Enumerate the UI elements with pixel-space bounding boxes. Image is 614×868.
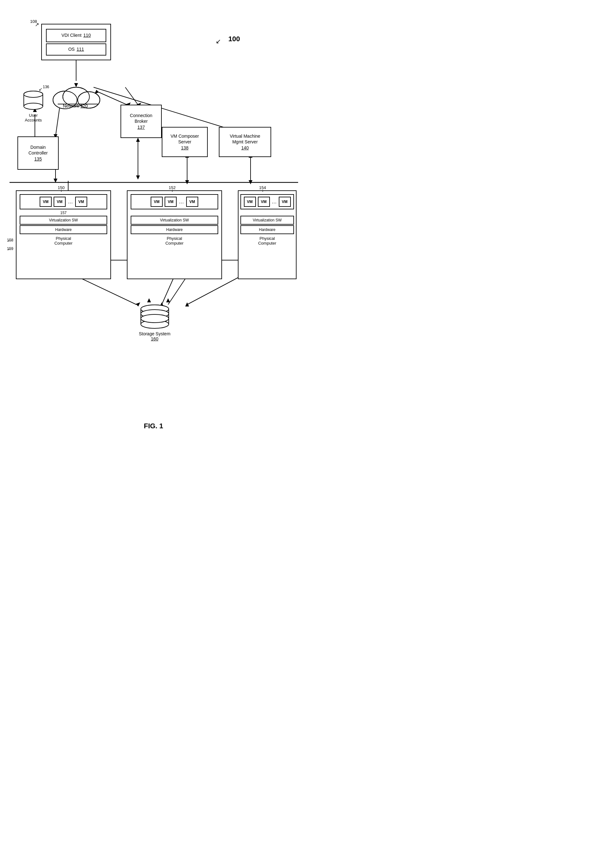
os-box: OS 111 [46, 43, 106, 56]
vdi-client-label: VDI Client [62, 33, 82, 38]
physical-computer-2: 152 ↓ VM VM … VM Virtualization SW Hardw… [127, 190, 222, 279]
vdi-client-box: VDI Client 110 [46, 29, 106, 42]
svg-marker-41 [166, 298, 170, 302]
svg-line-38 [187, 276, 241, 304]
physical-computer-3: 154 ↓ VM VM … VM Virtualization SW Hardw… [238, 190, 296, 279]
ellipsis-3: … [272, 199, 277, 205]
vm-3-3: VM [279, 197, 291, 207]
network-label: Network 120 [49, 103, 101, 109]
vm-2-3: VM [186, 197, 198, 207]
vm-1-1: VM [40, 197, 52, 207]
svg-line-33 [76, 276, 136, 304]
ellipsis-1: … [68, 199, 73, 205]
svg-line-37 [168, 276, 187, 304]
virt-sw-1: Virtualization SW [20, 216, 107, 225]
storage-label: Storage System 160 [127, 331, 182, 342]
vm-group-157: VM VM … VM [20, 194, 107, 210]
vmm-ref: 140 [241, 145, 249, 151]
diagram-container: 100 ↙ 108 ↗ VDI Client 110 OS 111 [0, 0, 307, 419]
svg-marker-25 [249, 180, 253, 184]
svg-marker-16 [54, 179, 57, 183]
vm-composer-box: VM ComposerServer 138 [162, 127, 208, 157]
ref-157: 157 [17, 211, 110, 215]
vdi-client-container: VDI Client 110 OS 111 [41, 24, 111, 60]
vm-3-1: VM [244, 197, 256, 207]
virt-sw-3: Virtualization SW [240, 216, 294, 225]
storage-svg [139, 304, 171, 330]
vdi-client-ref: 110 [84, 33, 91, 38]
network-ref: 120 [80, 103, 88, 109]
vm-1-3: VM [75, 197, 87, 207]
svg-marker-10 [136, 138, 140, 142]
vm-group-3: VM VM … VM [240, 194, 294, 210]
figure-ref-100: 100 [228, 35, 240, 43]
hardware-1: Hardware [20, 225, 107, 234]
svg-line-3 [98, 92, 127, 105]
user-accounts-label: UserAccounts [16, 113, 51, 123]
fig-title: FIG. 1 [0, 422, 307, 430]
ellipsis-2: … [179, 199, 184, 205]
cb-ref: 137 [137, 124, 145, 130]
vmc-ref: 138 [181, 145, 188, 151]
svg-point-56 [24, 103, 43, 109]
ref-108-arrow: ↗ [35, 22, 39, 28]
pc-label-2: PhysicalComputer [127, 236, 222, 245]
arrow-100: ↙ [216, 37, 221, 45]
db-svg [22, 90, 44, 111]
domain-controller-box: DomainController 135 [17, 137, 59, 170]
user-accounts-db: UserAccounts 136 ↙ [16, 90, 51, 123]
vm-2-1: VM [150, 197, 163, 207]
svg-line-6 [125, 87, 138, 105]
svg-marker-39 [185, 302, 189, 306]
hardware-2: Hardware [131, 225, 218, 234]
connection-broker-box: ConnectionBroker 137 [121, 105, 162, 138]
pc-label-3: PhysicalComputer [239, 236, 296, 245]
svg-line-35 [162, 276, 174, 304]
svg-marker-9 [136, 175, 140, 180]
cb-label: ConnectionBroker [130, 113, 152, 124]
svg-point-57 [24, 91, 43, 98]
svg-point-69 [141, 314, 169, 323]
network-cloud: Network 120 [49, 82, 101, 111]
vm-1-2: VM [54, 197, 66, 207]
vm-group-2: VM VM … VM [131, 194, 218, 210]
physical-computer-1: 150 ↓ VM VM … VM 157 Virtualization SW H… [16, 190, 111, 279]
storage-system: Storage System 160 [127, 304, 182, 342]
svg-marker-40 [147, 298, 151, 302]
ref-136: 136 [43, 85, 49, 89]
pc-label-1: PhysicalComputer [17, 236, 110, 245]
dc-label: DomainController [28, 144, 48, 156]
os-label: OS [68, 46, 74, 52]
svg-marker-22 [185, 180, 189, 184]
vmc-label: VM ComposerServer [171, 133, 199, 144]
vm-3-2: VM [258, 197, 270, 207]
vm-2-2: VM [164, 197, 177, 207]
vm-mgmt-box: Virtual MachineMgmt Server 140 [219, 127, 271, 157]
dc-ref: 135 [34, 156, 42, 162]
os-ref: 111 [76, 46, 84, 52]
svg-line-42 [93, 87, 238, 132]
hardware-3: Hardware [240, 225, 294, 234]
vmm-label: Virtual MachineMgmt Server [229, 133, 260, 144]
virt-sw-2: Virtualization SW [131, 216, 218, 225]
storage-ref: 160 [151, 336, 158, 342]
